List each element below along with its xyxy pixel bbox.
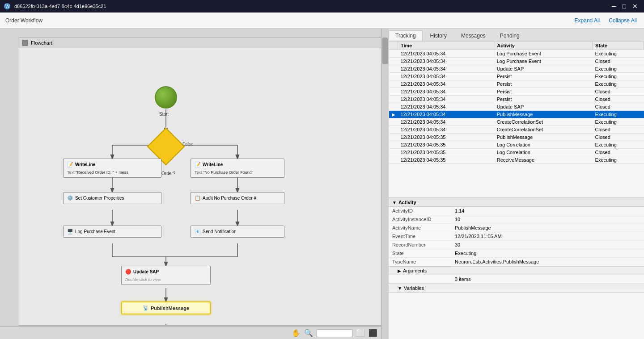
writeline1-text: "Received Order ID: " + mess: [76, 170, 128, 175]
publish-label: PublishMessage: [151, 306, 189, 311]
writeline2-node[interactable]: 📝 WriteLine Text "No Purchase Order Foun…: [191, 159, 284, 178]
row-time: 12/21/2023 04:05:34: [398, 88, 494, 96]
table-row[interactable]: 12/21/2023 04:05:34CreateCorrelationSetE…: [389, 118, 644, 126]
table-row[interactable]: 12/21/2023 04:05:34Update SAPExecuting: [389, 65, 644, 73]
detail-field-value: 30: [451, 241, 644, 249]
table-row[interactable]: 12/21/2023 04:05:34Log Purchase EventExe…: [389, 50, 644, 58]
audit-label: Audit No Purchase Order #: [203, 196, 256, 201]
row-state: Closed: [593, 58, 644, 65]
variables-section-header[interactable]: ▼ Variables: [389, 284, 644, 293]
variables-section-label: Variables: [404, 285, 424, 291]
publish-message-node[interactable]: 📡 PublishMessage: [121, 301, 211, 314]
minimize-button[interactable]: ─: [609, 0, 619, 13]
start-node[interactable]: [155, 86, 177, 109]
scrollbar-thumb[interactable]: [382, 38, 388, 64]
set-customer-icon: ⚙️: [67, 195, 73, 201]
search-tool-icon[interactable]: 🔍: [304, 329, 313, 337]
table-row[interactable]: 12/21/2023 04:05:34PersistExecuting: [389, 80, 644, 88]
row-arrow-cell: [389, 88, 398, 96]
row-arrow-cell: [389, 149, 398, 156]
row-activity: Persist: [494, 88, 593, 96]
table-row[interactable]: 12/21/2023 04:05:34PersistClosed: [389, 88, 644, 96]
toolbar: Order Workflow Expand All Collapse All: [0, 13, 644, 29]
detail-field-value: 12/21/2023 11:05 AM: [451, 232, 644, 240]
row-time: 12/21/2023 04:05:34: [398, 111, 494, 118]
arguments-label-cell: [389, 275, 451, 283]
row-arrow-cell: [389, 126, 398, 134]
row-state: Closed: [593, 96, 644, 103]
zoom-input[interactable]: [317, 329, 352, 337]
audit-nopo-node[interactable]: 📋 Audit No Purchase Order #: [191, 192, 284, 204]
detail-field-value: 10: [451, 215, 644, 223]
canvas-scrollbar-vertical[interactable]: [381, 29, 388, 339]
publish-icon: 📡: [143, 305, 149, 311]
zoom-to-fit-icon[interactable]: ⬛: [369, 329, 377, 337]
row-activity: ReceiveMessage: [494, 156, 593, 164]
fit-page-icon[interactable]: ⬜: [356, 329, 365, 337]
row-state: Executing: [593, 50, 644, 58]
table-row[interactable]: 12/21/2023 04:05:35ReceiveMessageExecuti…: [389, 156, 644, 164]
row-arrow-cell: [389, 118, 398, 126]
close-button[interactable]: ✕: [630, 0, 640, 13]
row-arrow-cell: [389, 80, 398, 88]
collapse-all-button[interactable]: Collapse All: [607, 17, 639, 25]
table-row[interactable]: ▶12/21/2023 04:05:34PublishMessageExecut…: [389, 111, 644, 118]
window-controls: ─ □ ✕: [609, 0, 640, 13]
details-panel: ▼ Activity ActivityID1.14ActivityInstanc…: [389, 197, 644, 339]
writeline1-node[interactable]: 📝 WriteLine Text "Received Order ID: " +…: [63, 159, 161, 178]
row-state: Executing: [593, 80, 644, 88]
writeline2-text: "No Purchase Order Found": [203, 170, 253, 175]
table-row[interactable]: 12/21/2023 04:05:34PersistExecuting: [389, 73, 644, 80]
svg-text:W: W: [5, 4, 10, 9]
row-state: Closed: [593, 134, 644, 141]
row-state: Executing: [593, 118, 644, 126]
row-time: 12/21/2023 04:05:35: [398, 149, 494, 156]
tab-tracking[interactable]: Tracking: [389, 30, 423, 41]
hand-tool-icon[interactable]: ✋: [292, 329, 301, 337]
col-time: Time: [398, 42, 494, 50]
detail-field-row: ActivityID1.14: [389, 207, 644, 215]
main-container: Order Workflow Expand All Collapse All F…: [0, 13, 644, 339]
tab-history[interactable]: History: [424, 30, 453, 41]
row-arrow-cell: [389, 65, 398, 73]
table-row[interactable]: 12/21/2023 04:05:35PublishMessageClosed: [389, 134, 644, 141]
send-notification-node[interactable]: 📧 Send Notification: [191, 226, 284, 238]
arguments-section-header[interactable]: ▶ Arguments: [389, 266, 644, 275]
detail-field-row: RecordNumber30: [389, 241, 644, 249]
start-label: Start: [159, 112, 169, 117]
table-row[interactable]: 12/21/2023 04:05:35Log CorrelationClosed: [389, 149, 644, 156]
detail-field-label: EventTime: [389, 232, 451, 240]
tracking-table-container: Time Activity State 12/21/2023 04:05:34L…: [389, 41, 644, 197]
writeline1-label: WriteLine: [75, 162, 95, 167]
table-row[interactable]: 12/21/2023 04:05:34Update SAPClosed: [389, 103, 644, 111]
table-row[interactable]: 12/21/2023 04:05:34Log Purchase EventClo…: [389, 58, 644, 65]
update-sap-node[interactable]: 🔴 Update SAP Double-click to view: [121, 266, 211, 285]
tracking-table: Time Activity State 12/21/2023 04:05:34L…: [389, 41, 644, 164]
detail-field-label: ActivityName: [389, 224, 451, 232]
tab-messages[interactable]: Messages: [454, 30, 492, 41]
canvas-inner: Flowchart: [0, 29, 388, 339]
table-row[interactable]: 12/21/2023 04:05:34CreateCorrelationSetC…: [389, 126, 644, 134]
row-arrow-cell: [389, 58, 398, 65]
tab-pending[interactable]: Pending: [493, 30, 526, 41]
row-time: 12/21/2023 04:05:35: [398, 134, 494, 141]
detail-field-row: StateExecuting: [389, 249, 644, 258]
row-arrow-cell: [389, 50, 398, 58]
canvas-bottom-bar: ✋ 🔍 ⬜ ⬛: [0, 326, 381, 339]
row-activity: Update SAP: [494, 65, 593, 73]
workflow-canvas[interactable]: Flowchart: [0, 29, 388, 339]
expand-all-button[interactable]: Expand All: [573, 17, 602, 25]
row-activity: PublishMessage: [494, 134, 593, 141]
table-row[interactable]: 12/21/2023 04:05:34PersistClosed: [389, 96, 644, 103]
row-time: 12/21/2023 04:05:34: [398, 73, 494, 80]
set-customer-properties-node[interactable]: ⚙️ Set Customer Properties: [63, 192, 161, 204]
log-purchase-event-node[interactable]: 🖥️ Log Purchase Event: [63, 226, 161, 238]
table-row[interactable]: 12/21/2023 04:05:35Log CorrelationExecut…: [389, 141, 644, 149]
activity-section-header[interactable]: ▼ Activity: [389, 198, 644, 207]
tracking-table-scroll[interactable]: Time Activity State 12/21/2023 04:05:34L…: [389, 41, 644, 188]
variables-collapse-icon: ▼: [398, 286, 402, 291]
detail-field-label: ActivityInstanceID: [389, 215, 451, 223]
restore-button[interactable]: □: [620, 0, 629, 13]
arguments-expand-icon: ▶: [398, 268, 401, 273]
detail-field-label: RecordNumber: [389, 241, 451, 249]
